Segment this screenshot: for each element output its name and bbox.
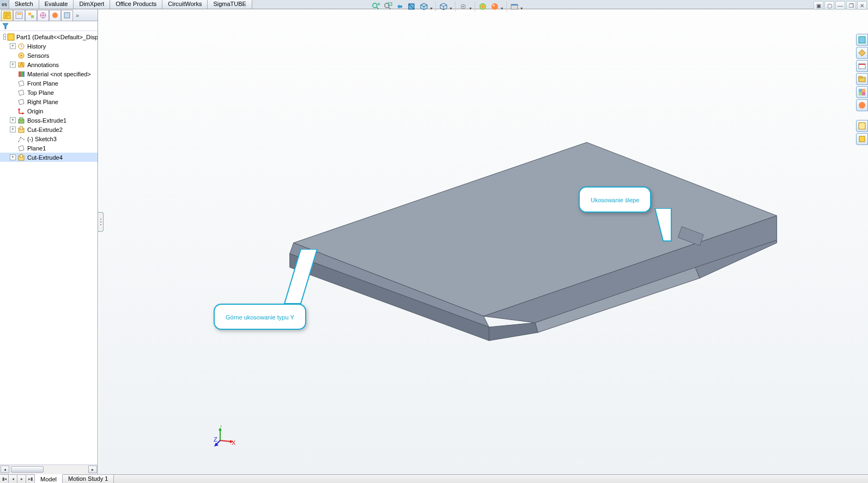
bottom-tab-model[interactable]: Model xyxy=(35,474,63,483)
tree-item-label: Boss-Extrude1 xyxy=(27,117,66,124)
tab-dimxpert[interactable]: DimXpert xyxy=(74,0,110,9)
property-manager-tab[interactable] xyxy=(13,10,25,21)
configuration-manager-tab[interactable] xyxy=(25,10,37,21)
svg-rect-19 xyxy=(31,15,34,18)
tab-evaluate[interactable]: Evaluate xyxy=(39,0,74,9)
svg-marker-37 xyxy=(22,112,25,114)
svg-text:+: + xyxy=(377,2,380,7)
tab-nav-next[interactable]: ▸ xyxy=(17,475,26,483)
display-manager-tab[interactable] xyxy=(49,10,61,21)
tabs-overflow[interactable]: » xyxy=(73,12,82,19)
apply-scene-icon[interactable] xyxy=(489,1,500,12)
tree-item[interactable]: Origin xyxy=(0,106,98,116)
scroll-right-arrow[interactable]: ▸ xyxy=(88,466,97,473)
orientation-triad[interactable]: Y X Z xyxy=(214,425,235,447)
dropdown-icon[interactable]: ▼ xyxy=(520,7,524,12)
taskpane-appearances-icon[interactable] xyxy=(856,86,868,98)
tab-nav-prev[interactable]: ◂ xyxy=(9,475,17,483)
maximize-button[interactable]: ❐ xyxy=(846,1,856,10)
tree-item-label: Top Plane xyxy=(27,89,54,96)
taskpane-custom-props-icon[interactable] xyxy=(856,99,868,111)
tree-item[interactable]: Plane1 xyxy=(0,143,98,153)
previous-view-icon[interactable] xyxy=(394,1,405,12)
tree-item-label: Front Plane xyxy=(27,80,58,87)
taskpane-view-palette-icon[interactable] xyxy=(856,73,868,85)
horizontal-scrollbar[interactable]: ◂ ▸ xyxy=(0,464,98,474)
expand-icon[interactable]: + xyxy=(10,43,16,49)
dimxpert-manager-tab[interactable] xyxy=(37,10,49,21)
svg-rect-68 xyxy=(859,64,865,65)
tree-item[interactable]: Right Plane xyxy=(0,97,98,106)
tab-nav-last[interactable]: ▸▮ xyxy=(26,475,35,483)
tab-nav-first[interactable]: ▮◂ xyxy=(0,475,9,483)
extra-manager-tab[interactable] xyxy=(61,10,73,21)
dropdown-icon[interactable]: ▼ xyxy=(500,7,504,12)
display-style-icon[interactable] xyxy=(438,1,449,12)
expand-icon[interactable]: - xyxy=(3,34,6,40)
svg-rect-70 xyxy=(859,76,862,78)
tree-item[interactable]: Top Plane xyxy=(0,88,98,97)
zoom-to-area-icon[interactable] xyxy=(383,1,393,12)
svg-point-23 xyxy=(52,13,58,18)
tree-item[interactable]: +History xyxy=(0,41,98,51)
feature-manager-tab[interactable] xyxy=(1,10,13,21)
view-settings-icon[interactable] xyxy=(509,1,520,12)
tree-item[interactable]: (-) Sketch3 xyxy=(0,134,98,143)
callout-right-box: Ukosowanie ślepe xyxy=(579,186,651,213)
view-orientation-icon[interactable] xyxy=(418,1,429,12)
boss-icon xyxy=(17,117,26,124)
section-view-icon[interactable] xyxy=(406,1,417,12)
expand-icon[interactable]: + xyxy=(10,62,16,68)
expand-icon[interactable]: + xyxy=(10,154,16,160)
tree-item[interactable]: +AAnnotations xyxy=(0,60,98,69)
tree-item[interactable]: +Cut-Extrude2 xyxy=(0,125,98,134)
panel-splitter[interactable] xyxy=(98,212,104,232)
tab-sigmatube[interactable]: SigmaTUBE xyxy=(208,0,252,9)
tree-item[interactable]: Front Plane xyxy=(0,79,98,88)
bottom-tab-motion-study[interactable]: Motion Study 1 xyxy=(63,475,114,483)
tree-item[interactable]: +Cut-Extrude4 xyxy=(0,153,98,162)
tab-circuitworks[interactable]: CircuitWorks xyxy=(162,0,208,9)
tree-item[interactable]: Material <not specified> xyxy=(0,69,98,79)
minimize-button[interactable]: — xyxy=(835,1,845,10)
expand-icon[interactable]: + xyxy=(10,126,16,132)
edit-appearance-icon[interactable] xyxy=(477,1,488,12)
svg-point-0 xyxy=(373,3,377,8)
graphics-viewport[interactable]: Górne ukosowanie typu Y Ukosowanie ślepe… xyxy=(99,9,868,474)
tab-office-products[interactable]: Office Products xyxy=(110,0,162,9)
taskpane-extra-2-icon[interactable] xyxy=(856,133,868,145)
dropdown-icon[interactable]: ▼ xyxy=(429,7,433,12)
hide-show-icon[interactable] xyxy=(458,1,469,12)
window-btn-1[interactable]: ▣ xyxy=(814,1,823,10)
window-btn-2[interactable]: ▢ xyxy=(824,1,834,10)
svg-rect-17 xyxy=(17,13,21,15)
dropdown-icon[interactable]: ▼ xyxy=(449,7,453,12)
tree-item-label: Cut-Extrude4 xyxy=(27,154,63,161)
tree-root[interactable]: - Part1 (Default<<Default>_Displa xyxy=(0,32,98,41)
taskpane-extra-1-icon[interactable] xyxy=(856,120,868,132)
callout-right-text: Ukosowanie ślepe xyxy=(591,197,639,203)
svg-rect-46 xyxy=(20,154,22,158)
scroll-thumb[interactable] xyxy=(11,466,44,473)
sensors-icon xyxy=(17,52,26,59)
svg-rect-41 xyxy=(20,126,22,130)
tab-sketch[interactable]: Sketch xyxy=(9,0,39,9)
feature-tree[interactable]: - Part1 (Default<<Default>_Displa +Histo… xyxy=(0,31,98,464)
tree-item[interactable]: Sensors xyxy=(0,51,98,60)
taskpane-file-explorer-icon[interactable] xyxy=(856,60,868,72)
zoom-to-fit-icon[interactable]: + xyxy=(371,1,381,12)
spacer xyxy=(856,112,868,119)
tree-item[interactable]: +Boss-Extrude1 xyxy=(0,116,98,125)
scroll-left-arrow[interactable]: ◂ xyxy=(1,466,9,473)
tree-spacer xyxy=(10,89,16,95)
svg-rect-31 xyxy=(19,71,21,77)
filter-bar[interactable] xyxy=(0,21,98,31)
taskpane-design-library-icon[interactable] xyxy=(856,47,868,59)
taskpane-resources-icon[interactable] xyxy=(856,34,868,46)
dropdown-icon[interactable]: ▼ xyxy=(469,7,472,12)
svg-rect-33 xyxy=(23,71,25,77)
history-icon xyxy=(17,43,26,50)
expand-icon[interactable]: + xyxy=(10,117,16,123)
close-button[interactable]: ✕ xyxy=(857,1,867,10)
tab-overflow-left[interactable]: es xyxy=(0,0,9,9)
